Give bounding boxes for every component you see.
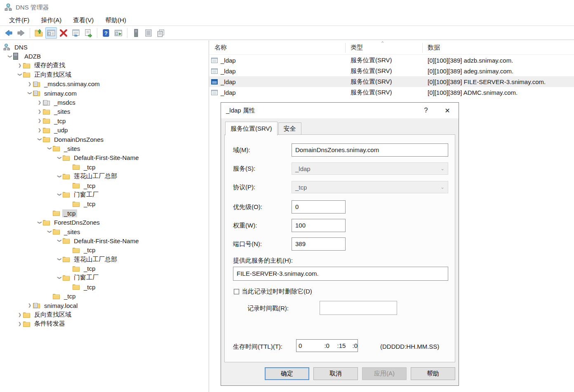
tree-item[interactable]: ❯ADZB [0, 52, 209, 61]
tree-item[interactable]: ❯snimay.local [0, 301, 209, 310]
chevron-icon[interactable]: ❯ [36, 110, 43, 114]
ttl-days[interactable]: 0 [299, 342, 324, 349]
chevron-icon[interactable]: ❯ [16, 322, 23, 326]
tree-item-label[interactable]: DNS [13, 43, 29, 51]
chevron-icon[interactable]: ❯ [38, 136, 42, 143]
tree-item-label[interactable]: DomainDnsZones [52, 136, 105, 143]
chevron-icon[interactable]: ❯ [16, 63, 23, 68]
chevron-icon[interactable]: ❯ [57, 256, 61, 263]
ttl-seconds[interactable]: :0 [352, 342, 358, 349]
tree-item[interactable]: DNS [0, 42, 209, 52]
help-icon[interactable]: ? [100, 27, 112, 39]
tree-item[interactable]: _tcp [0, 181, 209, 190]
tree-item[interactable]: ❯_tcp [0, 116, 209, 125]
ttl-hours[interactable]: :0 [324, 342, 337, 349]
tree-item-label[interactable]: _tcp [82, 265, 97, 272]
tree-item[interactable]: _tcp [0, 246, 209, 255]
tree-item-label[interactable]: _msdcs.snimay.com [42, 80, 101, 88]
chevron-icon[interactable]: ❯ [36, 119, 43, 123]
menu-view[interactable]: 查看(V) [67, 16, 99, 25]
chevron-icon[interactable]: ❯ [57, 173, 61, 180]
weight-input[interactable]: 100 [292, 219, 346, 232]
chevron-icon[interactable]: ❯ [16, 313, 23, 317]
tree-item-label[interactable]: _sites [62, 228, 82, 236]
cancel-button[interactable]: 取消 [313, 367, 358, 380]
tree-item-label[interactable]: Default-First-Site-Name [72, 154, 141, 162]
tree-item-label[interactable]: ForestDnsZones [52, 218, 101, 226]
tree-item-label[interactable]: _tcp [82, 182, 97, 190]
chevron-icon[interactable]: ❯ [57, 275, 61, 281]
chevron-icon[interactable]: ❯ [47, 145, 52, 152]
tree-item-label[interactable]: _tcp [82, 200, 97, 208]
priority-input[interactable]: 0 [292, 200, 346, 214]
tree-item-label[interactable]: ADZB [23, 52, 42, 60]
record-row[interactable]: _ldap服务位置(SRV)[0][100][389] adzb.snimay.… [209, 55, 574, 66]
chevron-icon[interactable]: ❯ [36, 101, 43, 105]
column-header-name[interactable]: 名称 [209, 44, 345, 54]
tree-item[interactable]: _tcp [0, 200, 209, 209]
tree-item[interactable]: ❯_sites [0, 227, 209, 236]
record-row[interactable]: _ldap服务位置(SRV)[0][100][389] FILE-SERVER-… [209, 76, 574, 87]
tree-item-label[interactable]: 莲花山工厂总部 [72, 172, 119, 181]
up-one-level-icon[interactable] [33, 27, 45, 39]
tree-item-label[interactable]: 门窗工厂 [72, 190, 100, 199]
tree-item-label[interactable]: 反向查找区域 [33, 310, 73, 319]
tree-item-label[interactable]: 门窗工厂 [72, 273, 100, 282]
tree-item[interactable]: ❯正向查找区域 [0, 70, 209, 79]
ttl-minutes[interactable]: :15 [337, 342, 353, 349]
tree-item-label[interactable]: 莲花山工厂总部 [72, 255, 119, 264]
tree-item[interactable]: _tcp [0, 292, 209, 301]
tree-item-label[interactable]: 条件转发器 [33, 319, 67, 328]
tree-item-label[interactable]: 正向查找区域 [33, 70, 73, 79]
column-header-type[interactable]: 类型 [345, 44, 422, 54]
forward-icon[interactable] [15, 27, 27, 39]
tree-item-label[interactable]: _tcp [82, 163, 97, 171]
export-list-icon[interactable] [82, 27, 94, 39]
record-list-icon[interactable] [143, 27, 154, 39]
dialog-titlebar[interactable]: _ldap 属性 ? ✕ [221, 103, 459, 118]
delete-stale-checkbox[interactable] [234, 289, 239, 294]
tree-item[interactable]: _tcp [0, 282, 209, 291]
chevron-icon[interactable]: ❯ [26, 82, 33, 86]
domain-input[interactable]: DomainDnsZones.snimay.com [292, 143, 448, 157]
delete-icon[interactable] [58, 27, 69, 39]
tree-item[interactable]: ❯门窗工厂 [0, 190, 209, 199]
tab-security[interactable]: 安全 [278, 122, 301, 136]
timestamp-input[interactable] [320, 301, 397, 315]
tab-service-location[interactable]: 服务位置(SRV) [225, 122, 278, 136]
chevron-icon[interactable]: ❯ [57, 155, 61, 161]
chevron-icon[interactable]: ❯ [57, 237, 61, 244]
chevron-icon[interactable]: ❯ [47, 228, 52, 235]
ok-button[interactable]: 确定 [265, 367, 309, 380]
menu-file[interactable]: 文件(F) [3, 16, 35, 25]
close-icon[interactable]: ✕ [441, 107, 454, 115]
tree-item[interactable]: ❯Default-First-Site-Name [0, 236, 209, 245]
record-row[interactable]: _ldap服务位置(SRV)[0][100][389] ADMC.snimay.… [209, 87, 574, 98]
tree-item[interactable]: ❯反向查找区域 [0, 310, 209, 319]
tree-item[interactable]: ❯_msdcs [0, 98, 209, 107]
tree-item[interactable]: _tcp [0, 264, 209, 273]
ttl-input[interactable]: 0 :0 :15 :0 [296, 339, 358, 352]
chevron-icon[interactable]: ❯ [36, 128, 43, 132]
tree-item[interactable]: ❯snimay.com [0, 89, 209, 98]
tree-item-label[interactable]: Default-First-Site-Name [72, 237, 141, 245]
back-icon[interactable] [3, 27, 14, 39]
record-row[interactable]: _ldap服务位置(SRV)[0][100][389] adeg.snimay.… [209, 66, 574, 76]
host-input[interactable]: FILE-SERVER-3.snimay.com. [233, 267, 448, 281]
tree-item[interactable]: ❯缓存的查找 [0, 61, 209, 70]
chevron-icon[interactable]: ❯ [38, 219, 42, 226]
column-divider[interactable] [422, 43, 423, 53]
tree-item[interactable]: ❯_msdcs.snimay.com [0, 80, 209, 89]
tree-item-label[interactable]: 缓存的查找 [33, 61, 67, 70]
chevron-icon[interactable]: ❯ [8, 53, 12, 60]
chevron-icon[interactable]: ❯ [18, 71, 22, 78]
server-icon[interactable] [130, 27, 142, 39]
tree-item[interactable]: ❯_udp [0, 126, 209, 135]
chevron-icon[interactable]: ❯ [57, 191, 61, 198]
tree-item-label[interactable]: _tcp [82, 283, 97, 291]
column-divider[interactable] [345, 43, 346, 53]
tree-item-label[interactable]: _udp [52, 126, 69, 134]
tree-item[interactable]: ❯门窗工厂 [0, 273, 209, 282]
show-console-tree-icon[interactable] [45, 27, 57, 39]
tree-item[interactable]: ❯_sites [0, 144, 209, 153]
